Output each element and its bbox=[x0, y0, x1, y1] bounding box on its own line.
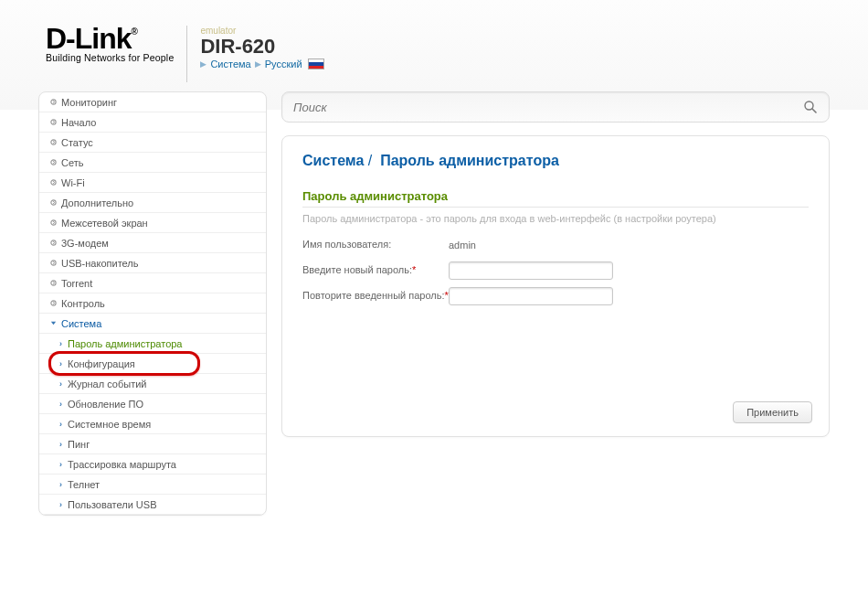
sidebar-subitem-7[interactable]: ›Телнет bbox=[39, 475, 266, 495]
chevron-down-icon bbox=[48, 320, 58, 326]
sidebar-item-1[interactable]: Начало bbox=[39, 112, 266, 133]
sidebar-item-11[interactable]: Система bbox=[39, 314, 266, 334]
breadcrumb-sep: / bbox=[368, 153, 372, 168]
sidebar-item-label: 3G-модем bbox=[61, 238, 109, 249]
sidebar-item-label: Система bbox=[61, 318, 101, 329]
sidebar-subitem-5[interactable]: ›Пинг bbox=[39, 434, 266, 454]
breadcrumb: Система / Пароль администратора bbox=[302, 153, 809, 169]
row-new-password: Введите новый пароль:* bbox=[302, 259, 809, 283]
confirm-password-label: Повторите введенный пароль: bbox=[302, 290, 445, 301]
sidebar-subitem-2[interactable]: ›Журнал событий bbox=[39, 374, 266, 394]
sidebar-subitem-label: Журнал событий bbox=[68, 379, 146, 389]
chevron-right-icon: › bbox=[59, 339, 62, 348]
sidebar-item-3[interactable]: Сеть bbox=[39, 153, 266, 173]
chevron-right-icon: › bbox=[59, 400, 62, 409]
sidebar-item-2[interactable]: Статус bbox=[39, 133, 266, 153]
sidebar-item-8[interactable]: USB-накопитель bbox=[39, 253, 266, 273]
sidebar-item-label: Сеть bbox=[61, 157, 83, 168]
chevron-right-icon bbox=[48, 159, 58, 165]
confirm-password-input[interactable] bbox=[449, 287, 613, 305]
model-block: emulator DIR-620 ▶ Система ▶ Русский bbox=[187, 26, 323, 69]
chevron-right-icon bbox=[48, 179, 58, 186]
chevron-right-icon: › bbox=[59, 420, 62, 429]
sidebar-item-label: Torrent bbox=[61, 278, 92, 289]
sidebar-item-label: Мониторинг bbox=[61, 97, 117, 108]
chevron-right-icon: › bbox=[59, 480, 62, 489]
page-title: Пароль администратора bbox=[380, 153, 559, 168]
sidebar-item-0[interactable]: Мониторинг bbox=[39, 92, 266, 112]
sidebar-subitem-4[interactable]: ›Системное время bbox=[39, 414, 266, 434]
chevron-right-icon bbox=[48, 260, 58, 266]
chevron-right-icon: › bbox=[59, 440, 62, 449]
username-label: Имя пользователя: bbox=[302, 239, 449, 251]
crumb-system[interactable]: Система bbox=[210, 59, 250, 69]
search-bar[interactable] bbox=[281, 91, 830, 123]
sidebar-subitem-3[interactable]: ›Обновление ПО bbox=[39, 394, 266, 414]
username-value: admin bbox=[449, 240, 476, 251]
sidebar-subitem-label: Телнет bbox=[68, 479, 100, 490]
sidebar-item-label: Статус bbox=[61, 137, 93, 148]
sidebar-item-10[interactable]: Контроль bbox=[39, 293, 266, 314]
sidebar-subitem-1[interactable]: ›Конфигурация bbox=[39, 354, 266, 374]
sidebar-subitem-label: Пароль администратора bbox=[68, 338, 183, 349]
header-crumbs: ▶ Система ▶ Русский bbox=[200, 59, 323, 69]
sidebar-subitem-8[interactable]: ›Пользователи USB bbox=[39, 495, 266, 515]
sidebar-subitem-label: Пинг bbox=[68, 439, 90, 450]
row-username: Имя пользователя: admin bbox=[302, 233, 809, 257]
sidebar-item-7[interactable]: 3G-модем bbox=[39, 233, 266, 253]
chevron-right-icon bbox=[48, 119, 58, 125]
search-input[interactable] bbox=[293, 101, 803, 114]
brand-tagline: Building Networks for People bbox=[46, 52, 174, 63]
chevron-right-icon: › bbox=[59, 379, 62, 389]
sidebar-item-label: Начало bbox=[61, 117, 96, 128]
chevron-right-icon bbox=[48, 99, 58, 105]
sidebar-subitem-label: Обновление ПО bbox=[68, 399, 143, 410]
search-icon[interactable] bbox=[803, 100, 818, 114]
sidebar-subitem-label: Конфигурация bbox=[68, 358, 135, 369]
row-confirm-password: Повторите введенный пароль:* bbox=[302, 284, 809, 308]
section-title: Пароль администратора bbox=[302, 189, 809, 208]
breadcrumb-root: Система bbox=[302, 153, 364, 168]
sidebar-item-4[interactable]: Wi-Fi bbox=[39, 173, 266, 193]
brand-name: D-Link bbox=[46, 22, 132, 55]
svg-line-12 bbox=[812, 109, 816, 112]
sidebar-item-label: Контроль bbox=[61, 298, 105, 309]
new-password-label: Введите новый пароль: bbox=[302, 264, 412, 275]
required-mark: * bbox=[412, 264, 416, 275]
chevron-right-icon: › bbox=[59, 359, 62, 368]
chevron-right-icon bbox=[48, 219, 58, 226]
chevron-right-icon bbox=[48, 240, 58, 246]
sidebar-item-label: USB-накопитель bbox=[61, 258, 138, 269]
apply-button[interactable]: Применить bbox=[733, 401, 812, 423]
sidebar-item-label: Межсетевой экран bbox=[61, 218, 148, 229]
chevron-right-icon bbox=[48, 300, 58, 306]
header: D-Link® Building Networks for People emu… bbox=[0, 0, 868, 91]
crumb-language[interactable]: Русский bbox=[265, 59, 302, 69]
sidebar-subitem-label: Системное время bbox=[68, 419, 151, 430]
sidebar-subitem-label: Трассировка маршрута bbox=[68, 459, 176, 470]
sidebar-item-label: Дополнительно bbox=[61, 197, 133, 208]
triangle-icon: ▶ bbox=[200, 59, 206, 69]
new-password-input[interactable] bbox=[449, 261, 613, 280]
brand-logo: D-Link® Building Networks for People bbox=[46, 26, 187, 82]
sidebar-item-6[interactable]: Межсетевой экран bbox=[39, 213, 266, 233]
chevron-right-icon bbox=[48, 199, 58, 206]
sidebar-subitem-6[interactable]: ›Трассировка маршрута bbox=[39, 454, 266, 475]
model-name: DIR-620 bbox=[200, 36, 323, 57]
sidebar-item-5[interactable]: Дополнительно bbox=[39, 193, 266, 213]
sidebar-nav: МониторингНачалоСтатусСетьWi-FiДополните… bbox=[38, 91, 267, 516]
registered-mark: ® bbox=[132, 27, 137, 37]
section-description: Пароль администратора - это пароль для в… bbox=[302, 213, 809, 224]
triangle-icon: ▶ bbox=[255, 59, 261, 69]
chevron-right-icon bbox=[48, 280, 58, 286]
sidebar-item-9[interactable]: Torrent bbox=[39, 273, 266, 293]
sidebar-subitem-label: Пользователи USB bbox=[68, 499, 156, 510]
flag-russia-icon bbox=[308, 59, 324, 69]
chevron-right-icon: › bbox=[59, 460, 62, 469]
chevron-right-icon: › bbox=[59, 500, 62, 509]
content-panel: Система / Пароль администратора Пароль а… bbox=[281, 135, 830, 437]
sidebar-subitem-0[interactable]: ›Пароль администратора bbox=[39, 334, 266, 354]
sidebar-item-label: Wi-Fi bbox=[61, 177, 85, 188]
chevron-right-icon bbox=[48, 139, 58, 145]
